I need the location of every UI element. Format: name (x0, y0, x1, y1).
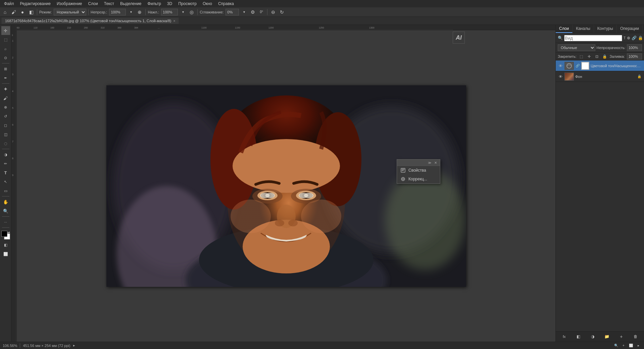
context-menu-close-btn[interactable]: ✕ (433, 160, 438, 165)
fill-value-input[interactable] (627, 53, 642, 59)
opacity-toggle-btn[interactable]: ▾ (127, 8, 135, 16)
type-tool[interactable]: T (1, 168, 10, 177)
ai-watermark: AI (453, 32, 465, 44)
hand-tool[interactable]: ✋ (1, 198, 10, 206)
path-select-tool[interactable]: ↖ (1, 177, 10, 186)
lasso-tool[interactable]: ⌕ (1, 44, 10, 53)
move-tool[interactable]: ✛ (1, 26, 10, 35)
flow-input[interactable] (161, 9, 178, 15)
context-menu-corrections[interactable]: Коррекц... (397, 175, 440, 183)
canvas-area[interactable]: // Ruler ticks will be drawn inline 60 1… (11, 25, 555, 342)
add-mask-btn[interactable]: ◧ (572, 333, 585, 340)
tab-paths[interactable]: Контуры (594, 25, 617, 33)
tab-actions[interactable]: Операции (617, 25, 643, 33)
blur-tool[interactable]: ◌ (1, 139, 10, 148)
zoom-tool[interactable]: 🔍 (1, 207, 10, 215)
context-menu-expand-btn[interactable]: ≫ (427, 160, 432, 165)
healing-tool[interactable]: ✚ (1, 85, 10, 93)
status-zoom-in-btn[interactable]: + (621, 343, 627, 349)
opacity-input[interactable] (109, 9, 126, 15)
opacity-value-input[interactable] (627, 44, 642, 51)
add-style-btn[interactable]: fx (558, 333, 571, 340)
rotate-btn[interactable]: ↻ (278, 8, 286, 16)
tool-brush-btn[interactable]: 🖌 (10, 8, 17, 16)
add-group-btn[interactable]: 📁 (601, 333, 614, 340)
menu-item-text[interactable]: Текст (101, 1, 117, 7)
eyedropper-tool[interactable]: ✒ (1, 74, 10, 82)
tab-channels[interactable]: Каналы (573, 25, 594, 33)
brush-tool[interactable]: 🖌 (1, 94, 10, 102)
pen-tool[interactable]: ✏ (1, 159, 10, 168)
menu-item-edit[interactable]: Редактирование (17, 1, 53, 7)
quick-select-tool[interactable]: ⊙ (1, 53, 10, 62)
menu-item-image[interactable]: Изображение (54, 1, 85, 7)
status-screen-btn[interactable]: ⬜ (628, 343, 634, 349)
gradient-tool[interactable]: ◫ (1, 130, 10, 139)
smooth-settings-btn[interactable]: ⚙ (249, 8, 256, 16)
layer-eye-2[interactable]: 👁 (558, 74, 563, 79)
layers-header-search-icon[interactable]: 🔍 (558, 35, 563, 41)
smooth-toggle-btn[interactable]: ▾ (240, 8, 248, 16)
lock-artboard-btn[interactable]: ⊡ (594, 53, 600, 59)
lock-pos-btn[interactable]: ✛ (586, 53, 592, 59)
extra-tool[interactable]: ··· (1, 218, 10, 226)
delete-layer-btn[interactable]: 🗑 (629, 333, 642, 340)
menu-item-filter[interactable]: Фильтр (145, 1, 164, 7)
swap-colors-btn[interactable]: ⇄ (7, 231, 10, 234)
menu-item-select[interactable]: Выделение (117, 1, 144, 7)
tool-circle-btn[interactable]: ● (19, 8, 26, 16)
dodge-tool[interactable]: ◑ (1, 150, 10, 159)
document-tab[interactable]: 16871d7684c8478caa1c172fa2bf418b.jpg @ 1… (1, 17, 179, 24)
symmetry-btn[interactable]: ⊖ (269, 8, 277, 16)
svg-text:3: 3 (12, 73, 13, 76)
flow-toggle-btn[interactable]: ▾ (179, 8, 187, 16)
blend-mode-select[interactable]: Нормальный (54, 9, 86, 15)
selection-tool[interactable]: ⬚ (1, 35, 10, 44)
layer-thumb-bg (564, 73, 574, 81)
airbrush-btn[interactable]: ◎ (188, 8, 195, 16)
crop-tool[interactable]: ⊞ (1, 64, 10, 73)
lock-pixels-btn[interactable]: ⬚ (579, 53, 584, 59)
clone-tool[interactable]: ⊕ (1, 103, 10, 112)
status-nav-btn[interactable]: ▸ (635, 343, 641, 349)
shape-tool[interactable]: ▭ (1, 186, 10, 195)
add-layer-btn[interactable]: + (615, 333, 628, 340)
tool-sep-1 (2, 63, 9, 63)
add-adjustment-btn[interactable]: ◑ (586, 333, 599, 340)
color-swatches[interactable]: ⇄ (1, 231, 10, 239)
status-zoom-out-btn[interactable]: 🔍 (613, 343, 619, 349)
layers-type-btn[interactable]: T (624, 35, 626, 41)
screen-mode-btn[interactable]: ⬜ (1, 250, 10, 258)
context-menu-properties[interactable]: Свойства (397, 166, 440, 175)
menu-item-file[interactable]: Файл (1, 1, 17, 7)
foreground-color[interactable] (1, 231, 7, 237)
toolbar-sep-1 (37, 9, 37, 15)
tool-home-btn[interactable]: ⌂ (1, 8, 9, 16)
lock-all-btn[interactable]: 🔒 (602, 53, 607, 59)
doc-tab-close[interactable]: × (173, 19, 175, 23)
menu-item-window[interactable]: Окно (200, 1, 215, 7)
status-arrow[interactable]: ▸ (73, 343, 75, 348)
menu-item-help[interactable]: Справка (215, 1, 237, 7)
tab-layers[interactable]: Слои (556, 25, 573, 33)
brush-refine-btn[interactable]: ⊕ (136, 8, 143, 16)
layers-add-attr-btn[interactable]: ⊕ (627, 35, 630, 41)
mask-mode-btn[interactable]: ◧ (1, 241, 10, 249)
menu-item-layers[interactable]: Слои (86, 1, 101, 7)
layer-item-background[interactable]: 👁 Фон 🔒 (556, 71, 644, 82)
layer-eye-1[interactable]: 👁 (558, 63, 563, 69)
tool-mask-btn[interactable]: ◧ (28, 8, 35, 16)
tab-history[interactable]: История (643, 25, 644, 33)
blend-mode-layers-select[interactable]: Обычные (558, 44, 595, 51)
eraser-tool[interactable]: ◻ (1, 121, 10, 130)
layer-item-adjustment[interactable]: 👁 🔗 Цветовой тон/Насыщенность 1 (556, 60, 644, 71)
layers-link-btn[interactable]: 🔗 (632, 35, 637, 41)
menu-item-3d[interactable]: 3D (164, 1, 175, 7)
layers-filter-input[interactable] (564, 35, 622, 41)
history-tool[interactable]: ↺ (1, 112, 10, 121)
smooth-input[interactable] (226, 9, 239, 15)
menu-item-view[interactable]: Просмотр (176, 1, 199, 7)
size-label: Непрозр.: (91, 10, 107, 14)
angle-btn[interactable]: 0° (258, 8, 265, 16)
layers-lock-btn[interactable]: 🔒 (638, 35, 643, 41)
